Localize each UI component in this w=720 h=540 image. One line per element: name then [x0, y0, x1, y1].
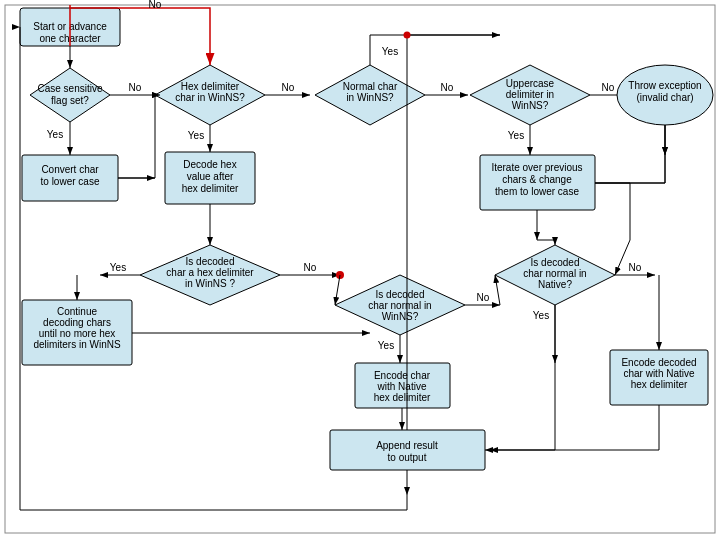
no-decoded-normal: No: [477, 292, 490, 303]
encode-decoded-1: Encode decoded: [621, 357, 696, 368]
no-label-case: No: [129, 82, 142, 93]
decoded-hex-2: char a hex delimiter: [166, 267, 254, 278]
continue-4: delimiters in WinNS: [33, 339, 121, 350]
decoded-hex-3: in WinNS ?: [185, 278, 235, 289]
no-label-uppercase: No: [602, 82, 615, 93]
decode-hex-2: value after: [187, 171, 234, 182]
connector-iterate-exception: [595, 155, 665, 183]
decoded-native-2: char normal in: [523, 268, 586, 279]
arrow-no-to-diamond: [335, 275, 340, 305]
uppercase-label3: WinNS?: [512, 100, 549, 111]
no-decoded-hex: No: [304, 262, 317, 273]
decode-hex-1: Decode hex: [183, 159, 236, 170]
no-label-top: No: [149, 0, 162, 10]
append-1: Append result: [376, 440, 438, 451]
hex-delim-label2: char in WinNS?: [175, 92, 245, 103]
yes-label-case: Yes: [47, 129, 63, 140]
decoded-native-3: Native?: [538, 279, 572, 290]
convert-label2: to lower case: [41, 176, 100, 187]
decoded-native-1: Is decoded: [531, 257, 580, 268]
exception-1: Throw exception: [628, 80, 701, 91]
yes-decoded-native: Yes: [533, 310, 549, 321]
arrow-encode-decoded-to-append: [485, 405, 659, 450]
uppercase-label: Uppercase: [506, 78, 555, 89]
no-label-hex: No: [282, 82, 295, 93]
decoded-hex-1: Is decoded: [186, 256, 235, 267]
yes-decoded-normal: Yes: [378, 340, 394, 351]
arrow-iterate-to-native: [537, 240, 555, 245]
encode-decoded-2: char with Native: [623, 368, 695, 379]
iterate-3: them to lower case: [495, 186, 579, 197]
convert-label: Convert char: [41, 164, 99, 175]
case-sensitive-label: Case sensitive: [37, 83, 102, 94]
yes-decoded: Yes: [110, 262, 126, 273]
flowchart-diagram: Start or advance one character Case sens…: [0, 0, 720, 540]
arrow-convert-to-hex: [118, 95, 160, 178]
append-2: to output: [388, 452, 427, 463]
iterate-2: chars & change: [502, 174, 572, 185]
case-sensitive-label2: flag set?: [51, 95, 89, 106]
decoded-normal-2: char normal in: [368, 300, 431, 311]
yes-normal: Yes: [382, 46, 398, 57]
arrow-to-native-diamond: [495, 275, 500, 305]
continue-2: decoding chars: [43, 317, 111, 328]
no-label-normal: No: [441, 82, 454, 93]
encode-3: hex delimiter: [374, 392, 431, 403]
continue-1: Continue: [57, 306, 97, 317]
arrow-native-yes-to-append: [490, 305, 555, 450]
decode-hex-3: hex delimiter: [182, 183, 239, 194]
uppercase-label2: delimiter in: [506, 89, 554, 100]
red-dot-top: [404, 32, 411, 39]
encode-decoded-3: hex delimiter: [631, 379, 688, 390]
yes-hex: Yes: [188, 130, 204, 141]
continue-3: until no more hex: [39, 328, 116, 339]
no-decoded-native: No: [629, 262, 642, 273]
normal-char-label2: in WinNS?: [346, 92, 394, 103]
hex-delim-label: Hex delimiter: [181, 81, 240, 92]
yes-uppercase: Yes: [508, 130, 524, 141]
normal-char-label: Normal char: [343, 81, 398, 92]
encode-1: Encode char: [374, 370, 431, 381]
decoded-normal-1: Is decoded: [376, 289, 425, 300]
exception-iterate-connect: [595, 125, 665, 183]
exception-2: (invalid char): [636, 92, 693, 103]
iterate-1: Iterate over previous: [491, 162, 582, 173]
arrow-iterate-to-native2: [595, 183, 630, 275]
encode-2: with Native: [377, 381, 427, 392]
decoded-normal-3: WinNS?: [382, 311, 419, 322]
